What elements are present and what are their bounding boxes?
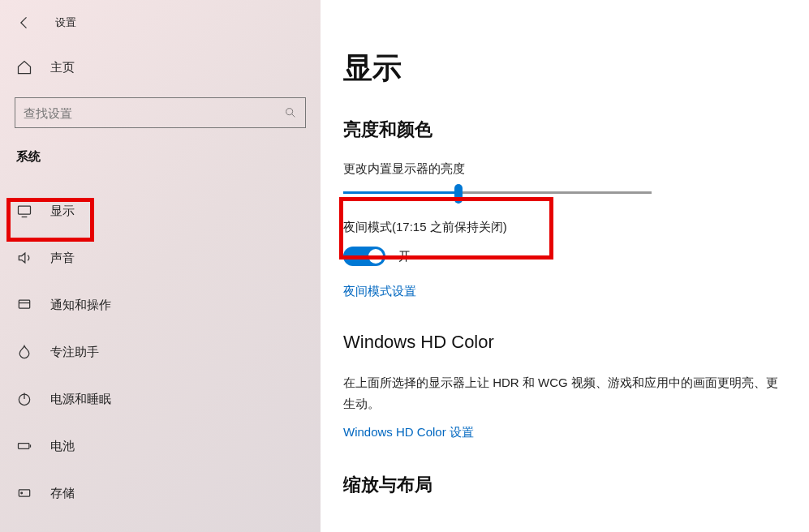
notification-icon: [16, 297, 32, 313]
hdcolor-desc: 在上面所选择的显示器上让 HDR 和 WCG 视频、游戏和应用中的画面更明亮、更…: [343, 372, 785, 414]
svg-point-0: [286, 109, 293, 115]
home-button[interactable]: 主页: [0, 55, 321, 79]
display-icon: [16, 203, 32, 219]
sidebar-item-label: 存储: [50, 486, 75, 501]
section-label-system: 系统: [0, 149, 321, 165]
storage-icon: [16, 485, 32, 501]
brightness-slider-label: 更改内置显示器的亮度: [343, 161, 791, 177]
home-label: 主页: [50, 60, 75, 75]
power-icon: [16, 391, 32, 407]
sound-icon: [16, 250, 32, 266]
sidebar-item-battery[interactable]: 电池: [0, 423, 321, 470]
home-icon: [16, 59, 32, 75]
brightness-slider-thumb[interactable]: [454, 184, 463, 204]
brightness-slider[interactable]: [343, 191, 652, 194]
search-icon: [284, 106, 297, 119]
sidebar-item-storage[interactable]: 存储: [0, 470, 321, 517]
svg-line-1: [292, 114, 295, 117]
night-mode-state: 开: [398, 249, 411, 264]
sidebar-item-label: 声音: [50, 251, 75, 266]
svg-point-12: [21, 492, 23, 494]
svg-rect-2: [19, 206, 31, 214]
svg-rect-5: [19, 300, 29, 308]
sidebar-item-display[interactable]: 显示: [0, 187, 321, 234]
search-input[interactable]: [24, 106, 284, 120]
hdcolor-settings-link[interactable]: Windows HD Color 设置: [343, 425, 474, 440]
page-title: 显示: [343, 49, 791, 88]
svg-marker-4: [19, 253, 24, 263]
night-mode-toggle[interactable]: [343, 247, 385, 266]
section-scale-heading: 缩放与布局: [343, 473, 791, 497]
back-icon[interactable]: [16, 15, 32, 31]
sidebar-item-notifications[interactable]: 通知和操作: [0, 281, 321, 328]
sidebar-item-label: 电池: [50, 439, 75, 454]
search-input-container[interactable]: [15, 97, 306, 128]
focus-icon: [16, 344, 32, 360]
sidebar-item-label: 电源和睡眠: [50, 392, 111, 407]
sidebar-item-label: 显示: [50, 204, 75, 219]
sidebar-item-power[interactable]: 电源和睡眠: [0, 375, 321, 423]
sidebar-item-label: 通知和操作: [50, 298, 111, 313]
sidebar-item-focus[interactable]: 专注助手: [0, 328, 321, 375]
night-mode-label: 夜间模式(17:15 之前保持关闭): [343, 220, 791, 235]
sidebar-item-label: 专注助手: [50, 345, 99, 360]
battery-icon: [16, 438, 32, 454]
settings-title: 设置: [55, 15, 76, 30]
section-hdcolor-heading: Windows HD Color: [343, 332, 791, 353]
night-mode-settings-link[interactable]: 夜间模式设置: [343, 284, 416, 299]
sidebar-item-sound[interactable]: 声音: [0, 234, 321, 281]
svg-rect-9: [19, 444, 29, 449]
section-brightness-heading: 亮度和颜色: [343, 118, 791, 142]
